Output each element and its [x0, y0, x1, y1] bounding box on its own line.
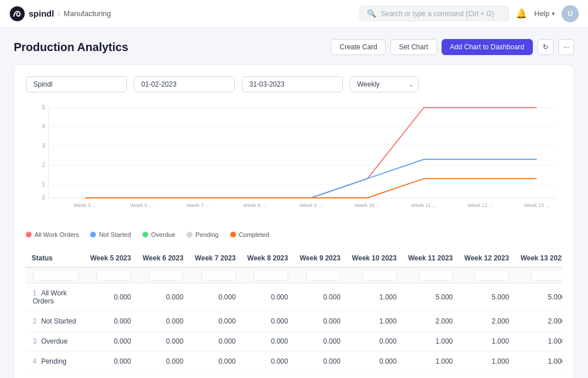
- filter-status[interactable]: [33, 270, 79, 280]
- analytics-card: Weekly Daily Monthly 5 4 3: [14, 64, 574, 378]
- refresh-button[interactable]: ↻: [537, 39, 554, 55]
- svg-text:Week 5 ...: Week 5 ...: [74, 202, 96, 208]
- cell-1-w7: 0.000: [189, 283, 241, 311]
- cell-5-w6: 0.000: [137, 372, 189, 379]
- date-to-filter[interactable]: [242, 76, 343, 92]
- col-w10: Week 10 2023: [346, 250, 403, 267]
- cell-3-w13: 1.000: [514, 332, 562, 352]
- row-num-2: 2: [33, 317, 37, 325]
- legend-dot-completed: [230, 232, 236, 237]
- cell-4-w13: 1.000: [514, 352, 562, 372]
- cell-1-w6: 0.000: [137, 283, 189, 311]
- col-w11: Week 11 2023: [403, 250, 459, 267]
- cell-3-w12: 1.000: [459, 332, 515, 352]
- cell-1-w13: 5.000: [514, 283, 562, 311]
- filter-w6[interactable]: [149, 270, 183, 280]
- cell-3-w11: 1.000: [403, 332, 459, 352]
- table-row: 5Completed 0.000 0.000 0.000 0.000 0.000…: [26, 372, 562, 379]
- cell-2-w13: 2.000: [514, 311, 562, 332]
- svg-text:Week 6 ...: Week 6 ...: [130, 202, 153, 208]
- row-status-2: 2Not Started: [26, 311, 84, 332]
- page-content: Production Analytics Create Card Set Cha…: [0, 28, 588, 378]
- cell-3-w8: 0.000: [242, 332, 294, 352]
- table-row: 4Pending 0.000 0.000 0.000 0.000 0.000 0…: [26, 352, 562, 372]
- cell-1-w5: 0.000: [84, 283, 137, 311]
- cell-5-w10: 0.000: [346, 372, 403, 379]
- cell-4-w6: 0.000: [137, 352, 189, 372]
- breadcrumb-separator: ›: [57, 9, 60, 18]
- more-icon: ···: [563, 43, 569, 51]
- filter-w9[interactable]: [306, 270, 341, 280]
- filter-w10[interactable]: [362, 270, 397, 280]
- table-header: Status Week 5 2023 Week 6 2023 Week 7 20…: [26, 250, 562, 267]
- legend-dot-overdue: [142, 232, 148, 237]
- col-w8: Week 8 2023: [242, 250, 294, 267]
- svg-text:Week 11 ...: Week 11 ...: [411, 202, 437, 208]
- notification-bell-icon[interactable]: 🔔: [516, 8, 527, 19]
- filter-w7[interactable]: [202, 270, 236, 280]
- col-w7: Week 7 2023: [189, 250, 241, 267]
- cell-4-w10: 0.000: [346, 352, 403, 372]
- row-status-4: 4Pending: [26, 352, 84, 372]
- svg-text:Week 7 ...: Week 7 ...: [187, 202, 210, 208]
- cell-3-w7: 0.000: [189, 332, 241, 352]
- frequency-select[interactable]: Weekly Daily Monthly: [350, 76, 419, 92]
- cell-5-w9: 0.000: [294, 372, 346, 379]
- search-bar[interactable]: 🔍 Search or type a command (Ctrl + G): [359, 6, 509, 21]
- legend-label-not-started: Not Started: [99, 231, 131, 238]
- avatar-initials: U: [568, 10, 573, 18]
- cell-1-w10: 1.000: [346, 283, 403, 311]
- breadcrumb: Manufacturing: [64, 9, 111, 18]
- cell-3-w6: 0.000: [137, 332, 189, 352]
- set-chart-button[interactable]: Set Chart: [390, 39, 437, 55]
- cell-3-w9: 0.000: [294, 332, 346, 352]
- frequency-select-wrap: Weekly Daily Monthly: [350, 76, 419, 92]
- svg-text:2: 2: [42, 162, 45, 168]
- table-filter-row: [26, 267, 562, 283]
- legend-dot-not-started: [90, 232, 96, 237]
- cell-5-w12: 1.000: [459, 372, 515, 379]
- row-status-5: 5Completed: [26, 372, 84, 379]
- legend-item-pending: Pending: [187, 231, 218, 238]
- filter-w8[interactable]: [254, 270, 288, 280]
- filter-w13[interactable]: [531, 270, 562, 280]
- col-status: Status: [26, 250, 84, 267]
- col-w12: Week 12 2023: [459, 250, 515, 267]
- avatar[interactable]: U: [562, 5, 579, 22]
- help-menu[interactable]: Help ▾: [534, 9, 555, 18]
- col-w6: Week 6 2023: [137, 250, 189, 267]
- cell-3-w10: 0.000: [346, 332, 403, 352]
- help-label: Help: [534, 9, 550, 18]
- cell-4-w12: 1.000: [459, 352, 515, 372]
- logo-icon: [9, 6, 25, 22]
- filter-w5[interactable]: [96, 270, 131, 280]
- col-w13: Week 13 2023: [514, 250, 562, 267]
- svg-text:Week 10 ...: Week 10 ...: [355, 202, 381, 208]
- filter-w12[interactable]: [474, 270, 509, 280]
- cell-2-w12: 2.000: [459, 311, 515, 332]
- cell-1-w12: 5.000: [459, 283, 515, 311]
- cell-5-w13: 1.000: [514, 372, 562, 379]
- cell-1-w11: 5.000: [403, 283, 459, 311]
- page-title: Production Analytics: [14, 41, 128, 54]
- filter-w11[interactable]: [419, 270, 453, 280]
- cell-4-w9: 0.000: [294, 352, 346, 372]
- svg-text:0: 0: [42, 194, 45, 201]
- chevron-down-icon: ▾: [552, 10, 555, 17]
- row-status-1: 1All Work Orders: [26, 283, 84, 311]
- legend-label-all-work-orders: All Work Orders: [34, 231, 79, 238]
- cell-5-w8: 0.000: [242, 372, 294, 379]
- row-num-4: 4: [33, 357, 37, 365]
- svg-text:1: 1: [42, 181, 45, 188]
- more-options-button[interactable]: ···: [558, 39, 574, 55]
- add-chart-button[interactable]: Add Chart to Dashboard: [442, 39, 533, 55]
- cell-1-w8: 0.000: [242, 283, 294, 311]
- row-num-1: 1: [33, 289, 37, 297]
- company-filter[interactable]: [26, 76, 127, 92]
- date-from-filter[interactable]: [134, 76, 235, 92]
- legend-dot-all-work-orders: [26, 232, 32, 237]
- create-card-button[interactable]: Create Card: [331, 39, 385, 55]
- legend-item-completed: Completed: [230, 231, 269, 238]
- svg-text:Week 9 ...: Week 9 ...: [300, 202, 323, 208]
- svg-text:4: 4: [42, 123, 45, 130]
